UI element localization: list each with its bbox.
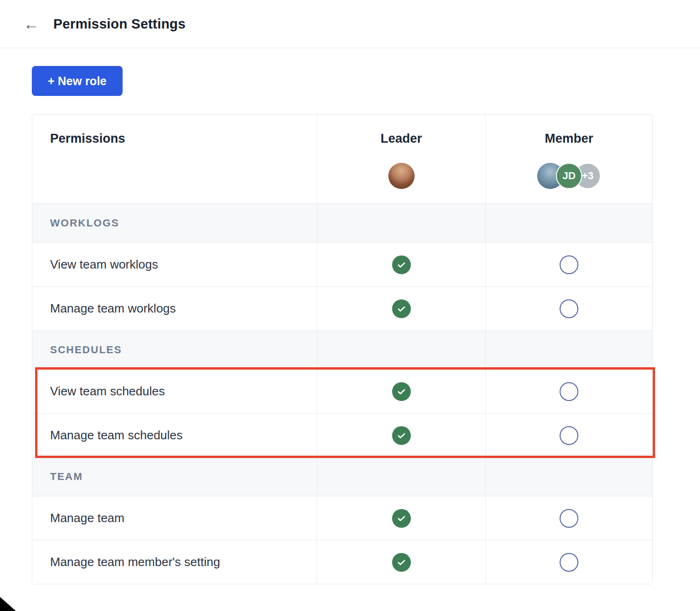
permission-row-manage-team-schedules: Manage team schedules bbox=[32, 413, 652, 457]
section-label: WORKLOGS bbox=[50, 217, 119, 229]
permission-label: Manage team worklogs bbox=[32, 287, 317, 330]
section-label: TEAM bbox=[50, 471, 83, 483]
unchecked-radio[interactable] bbox=[560, 382, 578, 401]
column-header-member: Member JD +3 bbox=[485, 115, 652, 204]
checked-icon[interactable] bbox=[392, 426, 411, 445]
permission-label: View team schedules bbox=[32, 370, 317, 413]
column-header-leader: Leader bbox=[317, 115, 485, 204]
checked-icon[interactable] bbox=[392, 255, 411, 274]
top-bar: ← Permission Settings bbox=[0, 0, 700, 48]
permission-label: Manage team member's setting bbox=[32, 540, 317, 584]
leader-avatars bbox=[388, 163, 415, 189]
permissions-table: Permissions Leader Member JD +3 WORKLOGS… bbox=[32, 114, 653, 584]
permission-label: Manage team bbox=[32, 496, 317, 540]
unchecked-radio[interactable] bbox=[560, 299, 578, 318]
member-avatar-initials[interactable]: JD bbox=[556, 163, 582, 189]
section-row-worklogs: WORKLOGS bbox=[32, 204, 652, 242]
column-header-permissions: Permissions bbox=[32, 115, 317, 204]
permission-label: View team worklogs bbox=[32, 243, 317, 286]
section-row-schedules: SCHEDULES bbox=[32, 330, 652, 369]
leader-avatar[interactable] bbox=[388, 163, 415, 189]
checked-icon[interactable] bbox=[392, 553, 411, 572]
checked-icon[interactable] bbox=[392, 299, 411, 318]
permission-row-manage-team: Manage team bbox=[32, 496, 652, 540]
permission-row-manage-team-member-setting: Manage team member's setting bbox=[32, 540, 652, 584]
member-column-title: Member bbox=[545, 131, 593, 146]
unchecked-radio[interactable] bbox=[560, 553, 578, 572]
back-arrow-icon[interactable]: ← bbox=[23, 16, 39, 32]
section-label: SCHEDULES bbox=[50, 344, 122, 356]
new-role-button[interactable]: + New role bbox=[32, 66, 123, 96]
page-title: Permission Settings bbox=[53, 16, 186, 32]
permission-row-view-team-worklogs: View team worklogs bbox=[32, 242, 652, 286]
unchecked-radio[interactable] bbox=[560, 509, 578, 528]
permission-label: Manage team schedules bbox=[32, 414, 317, 457]
checked-icon[interactable] bbox=[392, 382, 411, 401]
unchecked-radio[interactable] bbox=[560, 255, 578, 274]
table-header-row: Permissions Leader Member JD +3 bbox=[32, 115, 652, 204]
unchecked-radio[interactable] bbox=[560, 426, 578, 445]
cursor-icon bbox=[0, 597, 16, 611]
leader-column-title: Leader bbox=[380, 131, 422, 146]
member-avatars: JD +3 bbox=[537, 163, 601, 189]
permission-row-manage-team-worklogs: Manage team worklogs bbox=[32, 286, 652, 330]
checked-icon[interactable] bbox=[392, 509, 411, 528]
permission-row-view-team-schedules: View team schedules bbox=[32, 369, 652, 413]
section-row-team: TEAM bbox=[32, 457, 652, 496]
